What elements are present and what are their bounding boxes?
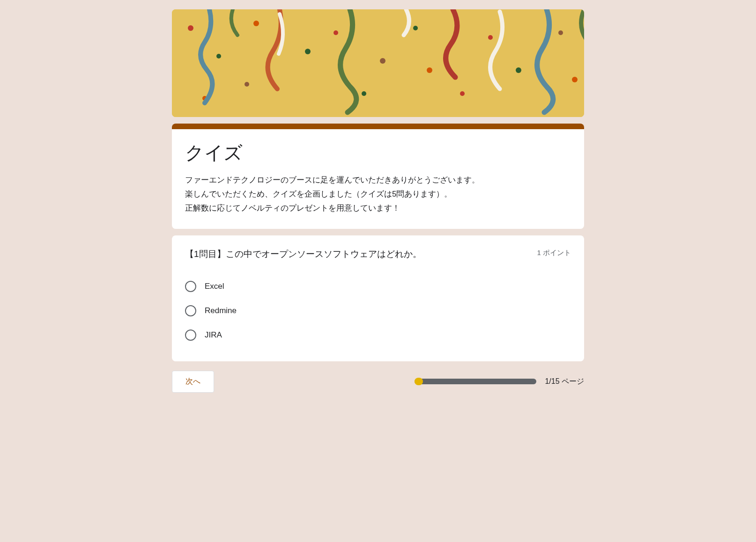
header-card: クイズ ファーエンドテクノロジーのブースに足を運んでいただきありがとうございます… (172, 124, 584, 229)
description-line: 楽しんでいただくため、クイズを企画しました（クイズは5問あります）。 (185, 187, 571, 201)
option-label: JIRA (205, 330, 222, 340)
svg-point-3 (253, 21, 259, 26)
form-description: ファーエンドテクノロジーのブースに足を運んでいただきありがとうございます。 楽し… (185, 173, 571, 215)
progress-fill (415, 378, 423, 385)
progress-bar (415, 379, 536, 384)
description-line: ファーエンドテクノロジーのブースに足を運んでいただきありがとうございます。 (185, 173, 571, 187)
svg-point-15 (362, 91, 366, 96)
question-card: 【1問目】この中でオープンソースソフトウェアはどれか。 1 ポイント Excel… (172, 235, 584, 361)
form-container: クイズ ファーエンドテクノロジーのブースに足を運んでいただきありがとうございます… (163, 9, 593, 393)
svg-point-9 (427, 67, 432, 73)
radio-icon (185, 330, 196, 341)
page-indicator: 1/15 ページ (545, 377, 584, 387)
radio-icon (185, 281, 196, 292)
svg-point-10 (488, 35, 493, 40)
confetti-illustration (172, 9, 584, 117)
svg-point-11 (516, 67, 521, 73)
option-label: Redmine (205, 306, 237, 315)
radio-option[interactable]: Redmine (185, 299, 571, 323)
radio-option[interactable]: JIRA (185, 323, 571, 347)
svg-point-1 (188, 25, 193, 31)
footer-row: 次へ 1/15 ページ (172, 371, 584, 393)
svg-point-4 (245, 82, 249, 87)
radio-icon (185, 305, 196, 316)
svg-point-12 (558, 30, 563, 35)
svg-point-6 (334, 30, 338, 35)
option-label: Excel (205, 282, 224, 291)
form-title: クイズ (185, 140, 571, 165)
next-button[interactable]: 次へ (172, 371, 214, 393)
description-line: 正解数に応じてノベルティのプレゼントを用意しています！ (185, 201, 571, 215)
question-text: 【1問目】この中でオープンソースソフトウェアはどれか。 (185, 248, 527, 261)
header-content: クイズ ファーエンドテクノロジーのブースに足を運んでいただきありがとうございます… (172, 129, 584, 229)
points-label: 1 ポイント (537, 249, 571, 257)
svg-point-2 (216, 54, 221, 59)
svg-point-7 (380, 58, 385, 64)
svg-point-13 (572, 77, 578, 82)
question-header: 【1問目】この中でオープンソースソフトウェアはどれか。 1 ポイント (185, 248, 571, 261)
progress-wrap: 1/15 ページ (223, 377, 584, 387)
radio-option[interactable]: Excel (185, 274, 571, 299)
svg-point-16 (460, 91, 465, 96)
svg-point-5 (305, 49, 311, 54)
banner-image (172, 9, 584, 117)
svg-point-8 (413, 26, 418, 30)
header-accent-bar (172, 124, 584, 129)
